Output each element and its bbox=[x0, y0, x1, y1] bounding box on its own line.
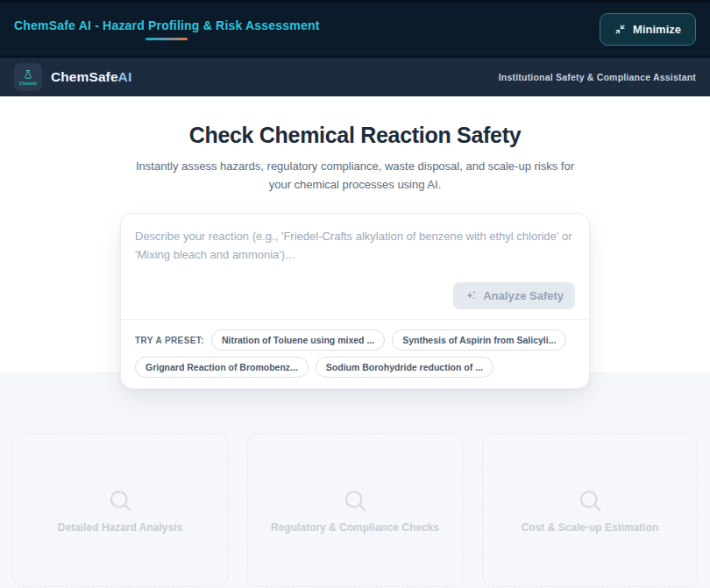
flask-icon bbox=[23, 69, 33, 80]
window-title-bar: ChemSafe AI - Hazard Profiling & Risk As… bbox=[0, 0, 710, 58]
card-actions: Analyze Safety bbox=[135, 282, 575, 309]
page-subtitle: Instantly assess hazards, regulatory com… bbox=[134, 157, 577, 194]
feature-label: Detailed Hazard Analysis bbox=[58, 521, 182, 534]
reaction-description-input[interactable] bbox=[135, 228, 575, 277]
sparkles-icon bbox=[465, 289, 478, 302]
card-divider bbox=[121, 319, 589, 320]
feature-label: Regulatory & Compliance Checks bbox=[271, 521, 439, 534]
window-title: ChemSafe AI - Hazard Profiling & Risk As… bbox=[14, 18, 320, 40]
preset-chip-borohydride[interactable]: Sodium Borohydride reduction of ... bbox=[316, 357, 493, 378]
feature-label: Cost & Scale-up Estimation bbox=[522, 521, 659, 534]
app-header: ChemAI ChemSafeAI Institutional Safety &… bbox=[0, 58, 710, 96]
page-title: Check Chemical Reaction Safety bbox=[0, 123, 710, 148]
analyze-safety-label: Analyze Safety bbox=[483, 289, 564, 302]
feature-card-cost-estimation: Cost & Scale-up Estimation bbox=[482, 433, 698, 587]
reaction-input-card: Analyze Safety TRY A PRESET: Nitration o… bbox=[120, 213, 590, 389]
title-gradient-underline bbox=[146, 38, 188, 40]
analyze-safety-button[interactable]: Analyze Safety bbox=[453, 282, 575, 309]
minimize-button-label: Minimize bbox=[633, 23, 681, 36]
window-title-text: ChemSafe AI - Hazard Profiling & Risk As… bbox=[14, 18, 320, 32]
brand-accent: AI bbox=[118, 69, 132, 84]
preset-label: TRY A PRESET: bbox=[135, 336, 204, 345]
preset-chip-nitration[interactable]: Nitration of Toluene using mixed ... bbox=[211, 329, 385, 351]
features-section: Detailed Hazard Analysis Regulatory & Co… bbox=[0, 372, 710, 587]
logo-caption: ChemAI bbox=[19, 81, 37, 86]
header-tagline: Institutional Safety & Compliance Assist… bbox=[499, 72, 696, 82]
feature-card-hazard-analysis: Detailed Hazard Analysis bbox=[12, 433, 228, 587]
brand-main: ChemSafe bbox=[51, 69, 118, 84]
minimize-button[interactable]: Minimize bbox=[600, 13, 696, 46]
magnifier-icon bbox=[577, 487, 603, 514]
magnifier-icon bbox=[342, 487, 368, 514]
hero-section: Check Chemical Reaction Safety Instantly… bbox=[0, 96, 710, 389]
feature-card-regulatory-checks: Regulatory & Compliance Checks bbox=[247, 433, 463, 587]
minimize-icon bbox=[614, 24, 626, 35]
preset-row: TRY A PRESET: Nitration of Toluene using… bbox=[135, 329, 575, 378]
app-logo: ChemAI bbox=[14, 63, 42, 91]
preset-chip-aspirin[interactable]: Synthesis of Aspirin from Salicyli... bbox=[392, 329, 566, 351]
preset-chip-grignard[interactable]: Grignard Reaction of Bromobenz... bbox=[135, 357, 309, 378]
brand-name: ChemSafeAI bbox=[51, 69, 131, 85]
magnifier-icon bbox=[107, 487, 133, 514]
